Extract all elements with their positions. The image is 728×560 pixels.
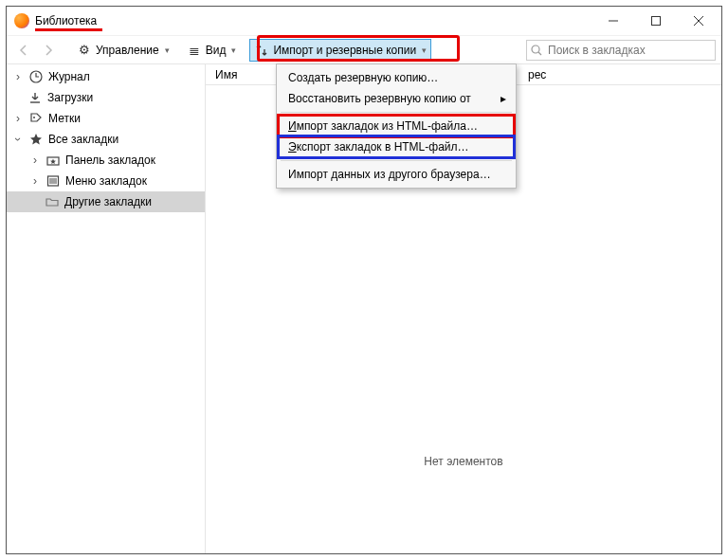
tree-label: Панель закладок: [65, 154, 155, 167]
menu-import-browser[interactable]: Импорт данных из другого браузера…: [279, 164, 514, 185]
tree-label: Меню закладок: [65, 174, 147, 188]
menu-create-backup[interactable]: Создать резервную копию…: [279, 67, 514, 88]
window-title-wrap: Библиотека: [35, 14, 97, 27]
tree-all-bookmarks[interactable]: › Все закладки: [7, 129, 205, 150]
manage-label: Управление: [96, 44, 159, 57]
chevron-right-icon: ›: [29, 174, 41, 188]
sidebar: › Журнал Загрузки › Метки ›: [7, 64, 206, 553]
column-addr[interactable]: рес: [528, 68, 546, 81]
chevron-right-icon: ▸: [500, 92, 506, 105]
tree-label: Другие закладки: [64, 195, 152, 208]
tree-menu-bookmarks[interactable]: › Меню закладок: [7, 171, 205, 191]
menu-label: Создать резервную копию…: [288, 71, 438, 84]
menu-label: Экспорт закладок в HTML-файл…: [288, 140, 469, 154]
list-icon: [187, 43, 202, 58]
chevron-right-icon: ›: [12, 70, 24, 83]
menu-restore-backup[interactable]: Восстановить резервную копию от ▸: [279, 88, 514, 109]
chevron-down-icon: ▾: [422, 45, 427, 55]
star-icon: [28, 132, 44, 147]
search-input[interactable]: [546, 43, 711, 58]
chevron-right-icon: ›: [12, 112, 24, 125]
tree-label: Журнал: [48, 70, 90, 83]
toolbar: Управление ▾ Вид ▾ Импорт и резервные ко…: [7, 35, 721, 63]
nav-back-button[interactable]: [12, 39, 35, 62]
search-icon: [531, 45, 542, 56]
tree-downloads[interactable]: Загрузки: [7, 87, 205, 108]
svg-point-4: [532, 45, 539, 53]
import-backup-menu: Создать резервную копию… Восстановить ре…: [276, 63, 517, 189]
tag-icon: [28, 111, 44, 126]
tree-other-bookmarks[interactable]: Другие закладки: [7, 191, 205, 212]
folder-icon: [45, 194, 60, 209]
svg-point-8: [33, 117, 35, 118]
tree-label: Загрузки: [47, 91, 93, 104]
download-icon: [27, 90, 43, 105]
import-backup-label: Импорт и резервные копии: [273, 44, 416, 57]
view-label: Вид: [206, 44, 227, 57]
manage-button[interactable]: Управление ▾: [73, 39, 173, 62]
view-button[interactable]: Вид ▾: [183, 39, 241, 62]
firefox-icon: [14, 13, 29, 28]
search-box[interactable]: [526, 40, 716, 61]
menu-separator: [281, 160, 512, 161]
star-list-icon: [46, 173, 61, 189]
titlebar: Библиотека: [7, 7, 721, 35]
empty-message: Нет элементов: [206, 455, 721, 468]
clock-icon: [28, 69, 44, 84]
star-box-icon: [46, 153, 61, 168]
annotation-underline: [35, 28, 102, 31]
svg-rect-1: [651, 17, 660, 26]
menu-label: Импорт данных из другого браузера…: [288, 168, 491, 181]
menu-import-html[interactable]: Импорт закладок из HTML-файла…: [279, 116, 514, 136]
close-button[interactable]: [677, 8, 719, 35]
chevron-down-icon: ▾: [165, 45, 170, 55]
import-backup-button[interactable]: Импорт и резервные копии ▾: [249, 39, 431, 62]
gear-icon: [77, 43, 92, 58]
menu-label: Восстановить резервную копию от: [288, 92, 471, 105]
menu-label: Импорт закладок из HTML-файла…: [288, 119, 478, 133]
chevron-down-icon: ›: [11, 134, 25, 145]
tree-label: Метки: [48, 112, 81, 125]
tree-tags[interactable]: › Метки: [7, 108, 205, 129]
chevron-right-icon: ›: [29, 154, 41, 167]
svg-line-5: [538, 52, 541, 55]
nav-forward-button[interactable]: [37, 39, 60, 62]
window-title: Библиотека: [35, 14, 97, 27]
menu-export-html[interactable]: Экспорт закладок в HTML-файл…: [279, 136, 514, 157]
window-controls: [592, 8, 719, 35]
maximize-button[interactable]: [634, 8, 677, 35]
tree-label: Все закладки: [48, 133, 118, 146]
import-export-icon: [254, 43, 269, 58]
tree-history[interactable]: › Журнал: [7, 66, 205, 87]
menu-separator: [281, 112, 512, 113]
minimize-button[interactable]: [592, 8, 634, 35]
tree-toolbar-bookmarks[interactable]: › Панель закладок: [7, 150, 205, 171]
library-window: Библиотека Управление ▾: [6, 6, 722, 554]
chevron-down-icon: ▾: [231, 45, 236, 55]
